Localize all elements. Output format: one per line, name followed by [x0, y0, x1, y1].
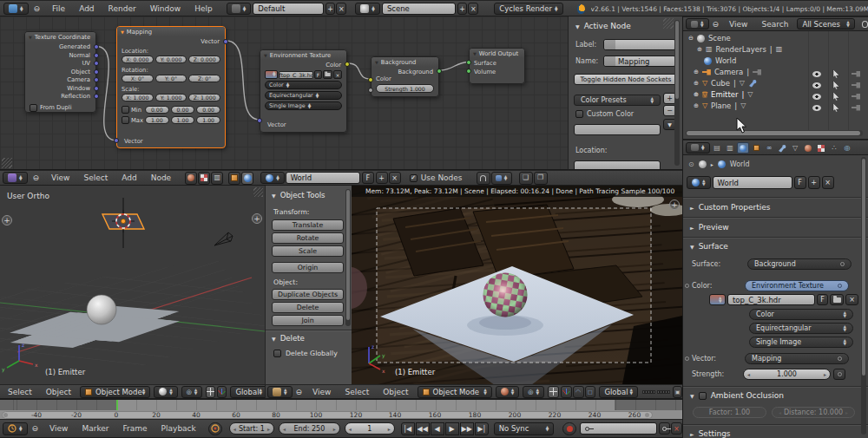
menu-object[interactable]: Object [39, 388, 78, 396]
scene-name-field[interactable]: Scene [382, 3, 456, 15]
npanel-open-icon[interactable]: + [669, 199, 680, 210]
unlink-image-button[interactable]: × [333, 70, 342, 79]
min-y-field[interactable]: 0.00 [171, 106, 195, 114]
texture-nodes-toggle[interactable] [198, 172, 210, 185]
tab-render-layers[interactable]: ▥ [724, 142, 736, 154]
collapse-menus-icon[interactable]: ⊖ [709, 20, 723, 29]
rotate-manipulator-icon[interactable]: ◠ [573, 386, 584, 398]
pin-icon[interactable]: ⊙ [688, 161, 694, 168]
hide-toggle[interactable] [812, 82, 821, 88]
menu-view[interactable]: View [306, 388, 338, 396]
duplicate-objects-button[interactable]: Duplicate Objects [272, 289, 344, 300]
hide-toggle[interactable] [812, 71, 821, 77]
disclosure-icon[interactable]: ⊕ [694, 91, 699, 98]
max-y-field[interactable]: 1.00 [171, 116, 195, 124]
menu-window[interactable]: Window [143, 4, 188, 13]
menu-playback[interactable]: Playback [155, 424, 203, 433]
node-mapping[interactable]: ▼Mapping Vector Location: X: 0.000 Y: 0.… [116, 26, 226, 148]
selectable-toggle[interactable] [832, 92, 840, 101]
transform-axes-icon[interactable] [217, 386, 227, 398]
snap-toggle[interactable] [477, 172, 490, 185]
menu-frame[interactable]: Frame [116, 424, 155, 433]
viewport-3d-left[interactable]: z x y User Ortho (1) Emitter + + [0, 186, 265, 384]
scale-y-field[interactable]: Y: 1.000 [155, 94, 187, 101]
output-socket-camera[interactable] [94, 77, 99, 82]
outliner-row-cube[interactable]: ⊕▽Cube|▽ [694, 79, 757, 88]
timeline-ruler[interactable]: -40 -20 0 20 40 60 80 100 120 140 160 18… [0, 399, 682, 419]
rotate-button[interactable]: Rotate [272, 232, 344, 244]
orientation-select[interactable]: Global▲▼ [230, 386, 267, 398]
selectable-toggle[interactable] [832, 69, 840, 78]
input-socket-surface[interactable] [466, 60, 471, 65]
render-toggle[interactable] [852, 82, 860, 88]
previous-keyframe-button[interactable]: ◀◀ [416, 422, 430, 435]
menu-view[interactable]: View [43, 424, 75, 433]
disclosure-icon[interactable]: ⊕ [697, 46, 702, 53]
input-socket-vector[interactable] [257, 118, 262, 123]
jump-to-end-button[interactable]: ▶| [475, 422, 489, 435]
scrollbar-handle[interactable] [645, 413, 649, 417]
location-y-field[interactable]: Y: 0.000 [155, 56, 187, 63]
editor-type-button[interactable]: ▲▼ [3, 3, 29, 15]
compositing-nodes-toggle[interactable]: ▥ [211, 172, 223, 185]
add-layout-button[interactable]: + [326, 3, 336, 15]
min-z-field[interactable]: 0.00 [196, 106, 220, 114]
selectable-toggle[interactable] [832, 81, 840, 89]
pivot-point-select[interactable]: ◎▲▼ [181, 386, 203, 398]
open-image-button[interactable] [830, 294, 844, 305]
object-shader-toggle[interactable] [228, 172, 240, 185]
collapse-menus-icon[interactable]: ⊖ [28, 424, 43, 433]
outliner-row-scene[interactable]: ⊖Scene [688, 34, 731, 42]
menu-object[interactable]: Object [376, 388, 415, 396]
hide-toggle[interactable] [812, 94, 821, 100]
active-node-panel-header[interactable]: ▼Active Node [575, 22, 631, 30]
input-socket-vector[interactable] [114, 138, 119, 143]
paste-nodes-button[interactable]: ❐ [534, 172, 548, 185]
menu-add[interactable]: Add [115, 173, 143, 182]
outliner-row-emitter[interactable]: ⊕▽Emitter|▽ [694, 90, 753, 99]
jump-to-start-button[interactable]: |◀ [401, 422, 415, 435]
node-header[interactable]: ▼World Output [470, 49, 524, 58]
copy-nodes-button[interactable]: ❏ [519, 172, 533, 185]
outliner-row-camera[interactable]: ⊕Camera| [694, 68, 761, 76]
next-keyframe-button[interactable]: ▶▶ [460, 422, 474, 435]
outliner-row-plane[interactable]: ⊕▽Plane|▽ [694, 101, 746, 110]
node-world-output[interactable]: ▼World Output Surface Volume [469, 48, 525, 84]
add-scene-button[interactable]: + [457, 3, 468, 15]
node-environment-texture[interactable]: ▼Environment Texture Color ▲▼ oftop_C_3k… [260, 49, 347, 133]
play-button[interactable]: ▶ [445, 422, 459, 435]
panel-object-tools[interactable]: ▼Object Tools [272, 191, 326, 199]
viewport-shading-select[interactable]: ▲▼ [496, 386, 520, 398]
close-scene-button[interactable]: × [468, 3, 478, 15]
node-texture-coordinate[interactable]: ▼Texture Coordinate Generated Normal UV … [24, 31, 96, 113]
tab-particles[interactable]: ∴ [828, 142, 840, 154]
collapse-icon[interactable]: ▼ [473, 51, 477, 56]
tab-constraints[interactable]: ∞ [763, 142, 775, 154]
manipulator-toggle[interactable] [548, 386, 559, 398]
hide-toggle[interactable] [812, 105, 821, 111]
rotation-y-field[interactable]: Y: 0° [155, 75, 187, 82]
scale-z-field[interactable]: Z: 1.000 [188, 94, 220, 101]
orientation-select[interactable]: Global▲▼ [599, 386, 638, 398]
tab-object[interactable] [750, 142, 762, 154]
editor-type-button[interactable]: ▲▼ [686, 18, 709, 29]
current-frame-marker[interactable] [116, 400, 118, 410]
menu-node[interactable]: Node [144, 173, 179, 182]
unlink-world-button[interactable]: × [822, 176, 834, 189]
panel-surface[interactable]: ▼Surface [690, 242, 728, 251]
animate-strength-button[interactable] [833, 369, 845, 380]
input-socket-color[interactable] [368, 77, 373, 82]
outliner-row-world[interactable]: World [704, 56, 736, 65]
menu-add[interactable]: Add [72, 4, 101, 13]
screen-layout-icon-button[interactable]: ▲▼ [227, 3, 252, 15]
output-socket-window[interactable] [94, 86, 99, 91]
viewport-3d-rendered[interactable]: z y x Mem: 73.12M, Peak: 73.12M | Scene … [352, 186, 682, 384]
clipped-field[interactable] [574, 160, 661, 170]
editor-type-button[interactable]: ▲▼ [3, 172, 28, 184]
add-world-button[interactable]: + [808, 176, 820, 189]
menu-file[interactable]: File [45, 4, 72, 13]
color-space-select[interactable]: Color▲▼ [749, 309, 853, 320]
menu-marker[interactable]: Marker [75, 424, 115, 433]
ao-factor-field[interactable]: Factor: 1.00 [693, 407, 766, 418]
sync-mode-select[interactable]: No Sync▲▼ [494, 422, 555, 435]
